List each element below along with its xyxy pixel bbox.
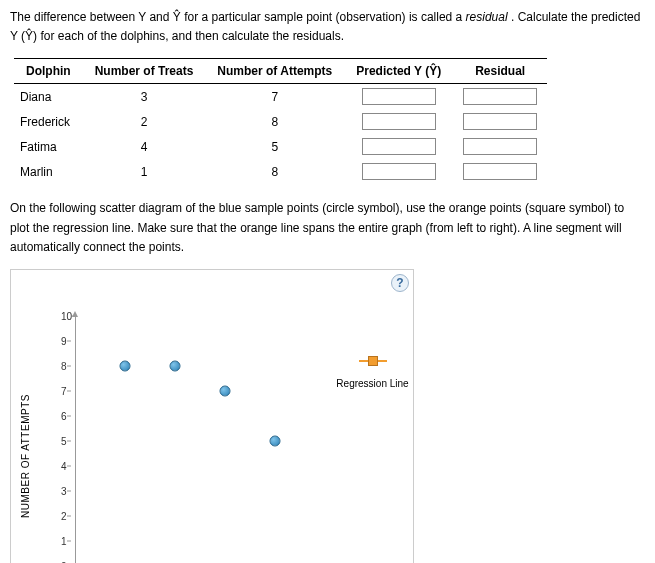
- residual-input[interactable]: [463, 163, 537, 180]
- y-tick: 3: [61, 485, 67, 496]
- cell-treats: 1: [83, 159, 206, 184]
- y-tick: 2: [61, 510, 67, 521]
- intro-a: The difference between Y and Ŷ for a par…: [10, 10, 466, 24]
- y-tick: 9: [61, 335, 67, 346]
- legend[interactable]: Regression Line: [330, 356, 415, 389]
- dolphin-table: Dolphin Number of Treats Number of Attem…: [14, 58, 547, 184]
- table-row: Marlin18: [14, 159, 547, 184]
- y-tick: 10: [61, 310, 72, 321]
- y-tick: 8: [61, 360, 67, 371]
- cell-attempts: 8: [205, 109, 344, 134]
- predicted-input[interactable]: [362, 138, 436, 155]
- col-residual: Residual: [453, 59, 547, 84]
- data-point: [270, 435, 281, 446]
- y-tick: 5: [61, 435, 67, 446]
- predicted-input[interactable]: [362, 113, 436, 130]
- residual-input[interactable]: [463, 113, 537, 130]
- cell-treats: 4: [83, 134, 206, 159]
- y-tick: 7: [61, 385, 67, 396]
- y-tick: 6: [61, 410, 67, 421]
- col-attempts: Number of Attempts: [205, 59, 344, 84]
- y-tick: 4: [61, 460, 67, 471]
- cell-name: Marlin: [14, 159, 83, 184]
- col-predicted: Predicted Y (Ŷ): [344, 59, 453, 84]
- predicted-input[interactable]: [362, 163, 436, 180]
- y-axis-label: NUMBER OF ATTEMPTS: [20, 394, 31, 518]
- cell-name: Diana: [14, 84, 83, 110]
- legend-label: Regression Line: [336, 378, 408, 389]
- cell-attempts: 7: [205, 84, 344, 110]
- data-point: [220, 385, 231, 396]
- cell-attempts: 8: [205, 159, 344, 184]
- residual-input[interactable]: [463, 138, 537, 155]
- y-tick: 1: [61, 535, 67, 546]
- predicted-input[interactable]: [362, 88, 436, 105]
- cell-attempts: 5: [205, 134, 344, 159]
- col-dolphin: Dolphin: [14, 59, 83, 84]
- data-point: [120, 360, 131, 371]
- cell-name: Frederick: [14, 109, 83, 134]
- col-treats: Number of Treats: [83, 59, 206, 84]
- cell-treats: 2: [83, 109, 206, 134]
- scatter-plot[interactable]: Regression Line 012345012345678910: [75, 316, 325, 563]
- table-row: Diana37: [14, 84, 547, 110]
- instructions-2: On the following scatter diagram of the …: [10, 199, 645, 257]
- residual-input[interactable]: [463, 88, 537, 105]
- help-button[interactable]: ?: [391, 274, 409, 292]
- instructions-1: The difference between Y and Ŷ for a par…: [10, 8, 645, 46]
- table-row: Frederick28: [14, 109, 547, 134]
- table-row: Fatima45: [14, 134, 547, 159]
- legend-square-icon[interactable]: [359, 356, 387, 366]
- cell-name: Fatima: [14, 134, 83, 159]
- residual-term: residual: [466, 10, 508, 24]
- cell-treats: 3: [83, 84, 206, 110]
- data-point: [170, 360, 181, 371]
- chart-container: ? NUMBER OF ATTEMPTS Regression Line 012…: [10, 269, 414, 563]
